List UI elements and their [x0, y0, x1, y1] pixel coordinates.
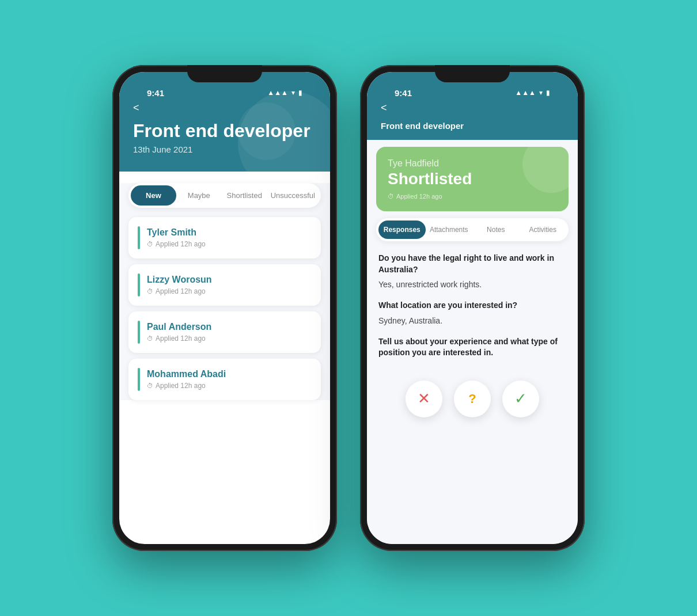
- answer-0: Yes, unrestricted work rights.: [378, 279, 566, 291]
- detail-tab-activities[interactable]: Activities: [520, 220, 567, 239]
- signal-icon-2: ▲▲▲: [515, 89, 536, 97]
- phones-container: 9:41 ▲▲▲ ▾ ▮ < Front end developer 13th …: [112, 42, 585, 574]
- phone1-header: 9:41 ▲▲▲ ▾ ▮ < Front end developer 13th …: [119, 72, 330, 172]
- phone-2: 9:41 ▲▲▲ ▾ ▮ < Front end developer Tye H…: [360, 65, 585, 551]
- tab-shortlisted[interactable]: Shortlisted: [222, 185, 267, 206]
- applicant-bar-0: [138, 226, 140, 249]
- applicant-card-3[interactable]: Mohammed Abadi ⏱ Applied 12h ago: [128, 359, 321, 400]
- applicant-name-3: Mohammed Abadi: [147, 369, 226, 379]
- back-button-1[interactable]: <: [133, 102, 316, 114]
- battery-icon-2: ▮: [546, 89, 550, 97]
- tab-new[interactable]: New: [131, 185, 176, 206]
- detail-tab-attachments[interactable]: Attachments: [426, 220, 473, 239]
- tab-bar-1: New Maybe Shortlisted Unsuccessful: [128, 183, 321, 208]
- applicant-info-3: Mohammed Abadi ⏱ Applied 12h ago: [147, 369, 226, 390]
- applicant-time-2: ⏱ Applied 12h ago: [147, 334, 211, 343]
- battery-icon: ▮: [298, 89, 302, 97]
- reject-button[interactable]: ✕: [406, 381, 442, 417]
- job-date-1: 13th June 2021: [133, 145, 316, 154]
- notch-2: [435, 65, 510, 82]
- applicant-time-1: ⏱ Applied 12h ago: [147, 287, 212, 295]
- answer-1: Sydney, Australia.: [378, 315, 566, 327]
- job-title-1: Front end developer: [133, 121, 316, 141]
- phone-1-screen: 9:41 ▲▲▲ ▾ ▮ < Front end developer 13th …: [119, 72, 330, 544]
- signal-icon: ▲▲▲: [267, 89, 288, 97]
- applicant-time-3: ⏱ Applied 12h ago: [147, 382, 226, 390]
- applicant-name-1: Lizzy Worosun: [147, 275, 212, 285]
- applicant-card-0[interactable]: Tyler Smith ⏱ Applied 12h ago: [128, 217, 321, 258]
- applicant-info-2: Paul Anderson ⏱ Applied 12h ago: [147, 322, 211, 343]
- applicant-name-2: Paul Anderson: [147, 322, 211, 332]
- applicant-bar-2: [138, 321, 140, 344]
- detail-tab-bar: Responses Attachments Notes Activities: [376, 218, 569, 241]
- wifi-icon-2: ▾: [539, 89, 543, 97]
- clock-icon-card: ⏱: [388, 193, 394, 200]
- action-buttons: ✕ ? ✓: [367, 371, 578, 429]
- candidate-applied-time: ⏱ Applied 12h ago: [388, 193, 557, 200]
- clock-icon-0: ⏱: [147, 241, 153, 248]
- reject-icon: ✕: [418, 390, 430, 408]
- status-time-1: 9:41: [147, 88, 164, 98]
- status-icons-2: ▲▲▲ ▾ ▮: [515, 89, 550, 97]
- applicant-list: Tyler Smith ⏱ Applied 12h ago Lizzy Woro…: [119, 217, 330, 400]
- applicant-card-2[interactable]: Paul Anderson ⏱ Applied 12h ago: [128, 311, 321, 353]
- question-0: Do you have the legal right to live and …: [378, 253, 566, 275]
- status-time-2: 9:41: [395, 88, 412, 98]
- candidate-name: Tye Hadfield: [388, 158, 557, 169]
- question-1: What location are you interested in?: [378, 300, 566, 311]
- applicant-info-0: Tyler Smith ⏱ Applied 12h ago: [147, 227, 206, 248]
- applicant-bar-3: [138, 368, 140, 391]
- tab-maybe[interactable]: Maybe: [176, 185, 222, 206]
- detail-tab-notes[interactable]: Notes: [472, 220, 520, 239]
- back-button-2[interactable]: <: [381, 102, 564, 114]
- clock-icon-1: ⏱: [147, 288, 153, 295]
- applicant-bar-1: [138, 273, 140, 296]
- status-icons-1: ▲▲▲ ▾ ▮: [267, 89, 302, 97]
- phone-2-screen: 9:41 ▲▲▲ ▾ ▮ < Front end developer Tye H…: [367, 72, 578, 544]
- clock-icon-3: ⏱: [147, 382, 153, 389]
- maybe-icon: ?: [468, 391, 476, 406]
- accept-icon: ✓: [514, 390, 527, 408]
- applicant-time-0: ⏱ Applied 12h ago: [147, 240, 206, 248]
- maybe-button[interactable]: ?: [454, 381, 491, 417]
- notch-1: [187, 65, 262, 82]
- applicant-card-1[interactable]: Lizzy Worosun ⏱ Applied 12h ago: [128, 264, 321, 306]
- clock-icon-2: ⏱: [147, 335, 153, 342]
- applicant-info-1: Lizzy Worosun ⏱ Applied 12h ago: [147, 275, 212, 295]
- phone-1: 9:41 ▲▲▲ ▾ ▮ < Front end developer 13th …: [112, 65, 337, 551]
- header-job-title-2: Front end developer: [381, 121, 564, 131]
- detail-tab-responses[interactable]: Responses: [378, 220, 426, 239]
- responses-content: Do you have the legal right to live and …: [367, 248, 578, 367]
- question-2: Tell us about your experience and what t…: [378, 336, 566, 359]
- accept-button[interactable]: ✓: [502, 381, 539, 417]
- candidate-status: Shortlisted: [388, 170, 557, 188]
- tab-unsuccessful[interactable]: Unsuccessful: [267, 185, 319, 206]
- applicant-name-0: Tyler Smith: [147, 227, 206, 238]
- wifi-icon: ▾: [291, 89, 295, 97]
- candidate-card: Tye Hadfield Shortlisted ⏱ Applied 12h a…: [376, 147, 569, 211]
